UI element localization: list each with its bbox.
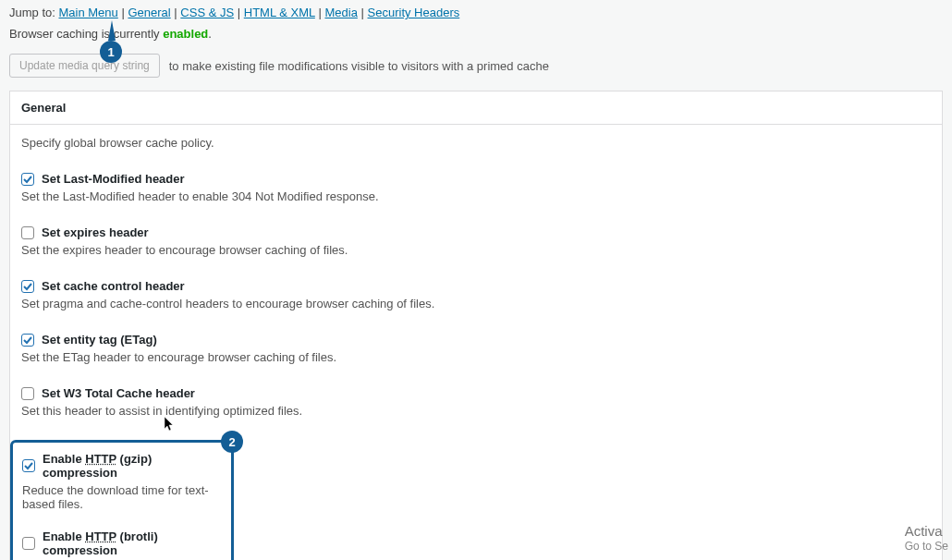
status-enabled: enabled [163, 27, 208, 41]
opt-w3tc-header: Set W3 Total Cache header Set this heade… [21, 386, 931, 418]
jump-prefix: Jump to: [9, 6, 55, 19]
opt-label: Set entity tag (ETag) [42, 333, 157, 347]
opt-desc: Reduce the download time for text-based … [22, 483, 222, 511]
opt-desc: Set the expires header to encourage brow… [21, 243, 931, 257]
opt-gzip: Enable HTTP (gzip) compression Reduce th… [22, 452, 222, 511]
jump-nav: Jump to: Main Menu | General | CSS & JS … [0, 0, 952, 23]
nav-main-menu[interactable]: Main Menu [58, 6, 117, 19]
opt-label: Set expires header [42, 225, 149, 239]
checkbox-gzip[interactable] [22, 459, 35, 472]
opt-label: Enable HTTP (gzip) compression [43, 452, 222, 480]
opt-etag: Set entity tag (ETag) Set the ETag heade… [21, 333, 931, 364]
annotation-marker-2: 2 [221, 431, 243, 453]
nav-html-xml[interactable]: HTML & XML [244, 6, 315, 19]
checkbox-cache-control[interactable] [21, 280, 34, 293]
opt-desc: Set this header to assist in identifying… [21, 404, 931, 418]
opt-label: Set cache control header [42, 279, 185, 293]
checkbox-brotli[interactable] [22, 537, 35, 550]
update-row: Update media query string to make existi… [0, 48, 952, 91]
policy-desc: Specify global browser cache policy. [21, 136, 931, 150]
nav-media[interactable]: Media [324, 6, 357, 19]
nav-security-headers[interactable]: Security Headers [368, 6, 460, 19]
opt-brotli: Enable HTTP (brotli) compression Reduce … [22, 530, 222, 560]
opt-label: Enable HTTP (brotli) compression [43, 530, 222, 557]
opt-cache-control: Set cache control header Set pragma and … [21, 279, 931, 310]
update-media-query-button[interactable]: Update media query string [9, 54, 160, 78]
checkbox-last-modified[interactable] [21, 173, 34, 186]
checkbox-w3tc-header[interactable] [21, 387, 34, 400]
opt-desc: Set pragma and cache-control headers to … [21, 297, 931, 310]
general-panel: General Specify global browser cache pol… [9, 91, 943, 560]
opt-label: Set W3 Total Cache header [42, 386, 195, 400]
nav-css-js[interactable]: CSS & JS [180, 6, 234, 19]
annotation-marker-1: 1 [100, 41, 122, 63]
opt-desc: Set the Last-Modified header to enable 3… [21, 189, 931, 203]
update-hint: to make existing file modifications visi… [169, 59, 549, 73]
highlight-compression-box: 2 Enable HTTP (gzip) compression Reduce … [10, 440, 234, 560]
nav-general[interactable]: General [128, 6, 170, 19]
checkbox-expires[interactable] [21, 226, 34, 239]
opt-expires: Set expires header Set the expires heade… [21, 225, 931, 257]
cursor-icon [164, 416, 177, 435]
opt-desc: Set the ETag header to encourage browser… [21, 350, 931, 364]
opt-label: Set Last-Modified header [42, 172, 185, 186]
status-line: Browser caching is currently enabled. [0, 23, 952, 48]
opt-last-modified: Set Last-Modified header Set the Last-Mo… [21, 172, 931, 203]
panel-title: General [10, 91, 942, 125]
windows-watermark: Activa Go to Se [905, 522, 948, 554]
checkbox-etag[interactable] [21, 334, 34, 347]
